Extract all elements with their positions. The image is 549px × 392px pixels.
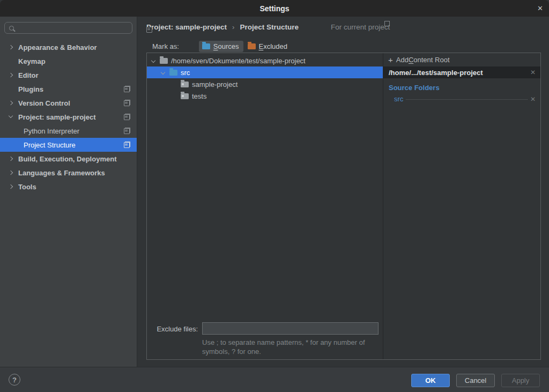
breadcrumb-project[interactable]: Project: sample-project [146, 23, 227, 31]
sidebar-item-version-control[interactable]: Version Control [0, 96, 137, 110]
project-level-settings-icon [124, 100, 130, 106]
source-folder-icon [169, 70, 177, 76]
chevron-right-icon[interactable] [9, 101, 13, 105]
sidebar-item-label: Project: sample-project [18, 113, 96, 121]
close-icon[interactable]: ✕ [537, 0, 543, 17]
settings-sidebar: Appearance & Behavior Keymap Editor Plug… [0, 17, 137, 367]
chevron-down-icon[interactable] [9, 114, 13, 118]
content-root-row[interactable]: /home/.../test/sample-project ✕ [383, 66, 540, 78]
folder-icon [181, 93, 189, 99]
source-folder-name: src [394, 95, 403, 103]
sidebar-item-label: Project Structure [24, 141, 76, 149]
sidebar-item-python-interpreter[interactable]: Python Interpreter [0, 124, 137, 138]
chevron-down-icon[interactable] [161, 70, 165, 75]
mark-as-excluded-button[interactable]: Excluded [248, 42, 287, 50]
source-folder-row[interactable]: src ✕ [394, 95, 536, 103]
project-level-settings-icon [124, 114, 130, 120]
chevron-right-icon[interactable] [9, 184, 13, 189]
sidebar-item-label: Tools [18, 183, 36, 191]
page-title: Project Structure [240, 23, 299, 31]
content-root-path: /home/.../test/sample-project [389, 69, 483, 77]
folder-icon [181, 82, 189, 87]
scope-label: For current project [331, 23, 390, 31]
settings-search-input[interactable] [17, 24, 124, 32]
project-level-settings-icon [321, 24, 328, 30]
sidebar-item-label: Languages & Frameworks [18, 169, 105, 177]
chevron-right-icon[interactable] [9, 171, 13, 175]
window-title: Settings [259, 4, 289, 13]
sidebar-item-editor[interactable]: Editor [0, 68, 137, 82]
search-icon [9, 26, 14, 31]
sidebar-item-label: Plugins [18, 85, 43, 93]
mark-as-label: Mark as: [152, 42, 179, 50]
sidebar-item-appearance-behavior[interactable]: Appearance & Behavior [0, 40, 137, 54]
exclude-files-hint: Use ; to separate name patterns, * for a… [202, 338, 387, 356]
sidebar-item-languages-frameworks[interactable]: Languages & Frameworks [0, 166, 137, 180]
dialog-footer: ? OK Cancel Apply [0, 367, 549, 392]
chevron-down-icon[interactable] [151, 58, 155, 63]
chevron-right-icon[interactable] [9, 45, 13, 49]
tree-row-tests[interactable]: tests [147, 90, 383, 102]
title-bar: Settings ✕ [0, 0, 549, 17]
tree-row-label: sample-project [192, 80, 238, 88]
sidebar-item-plugins[interactable]: Plugins [0, 82, 137, 96]
tree-row-label: src [181, 69, 190, 77]
mark-as-toolbar: Mark as: Sources Excluded [152, 40, 287, 53]
add-content-root-button[interactable]: + Add Content Root [383, 53, 540, 66]
sidebar-item-label: Keymap [18, 57, 46, 65]
sources-label-post: ources [218, 42, 239, 50]
sidebar-item-build-execution-deployment[interactable]: Build, Execution, Deployment [0, 152, 137, 166]
tree-row-label: tests [192, 92, 206, 100]
ok-button[interactable]: OK [411, 374, 450, 387]
scope-indicator: For current project [321, 23, 390, 31]
sidebar-item-label: Python Interpreter [24, 127, 79, 135]
help-icon: ? [12, 376, 17, 384]
source-folders-title: Source Folders [389, 84, 540, 92]
excluded-label-mnemonic: E [259, 42, 264, 50]
help-button[interactable]: ? [9, 374, 20, 386]
exclude-files-label: Exclude files: [147, 325, 198, 333]
tree-row-src[interactable]: src [147, 66, 383, 78]
exclude-files-input[interactable] [202, 322, 379, 335]
tree-row-label: /home/sven/Dokumente/test/sample-project [171, 57, 306, 65]
directory-tree: /home/sven/Dokumente/test/sample-project… [147, 53, 383, 359]
sidebar-item-project[interactable]: Project: sample-project [0, 110, 137, 124]
dialog-buttons: OK Cancel Apply [411, 374, 540, 387]
settings-content: Project: sample-project › Project Struct… [138, 17, 549, 367]
sidebar-item-tools[interactable]: Tools [0, 180, 137, 194]
excluded-folder-icon [248, 43, 256, 49]
sidebar-item-label: Version Control [18, 99, 70, 107]
sidebar-nav: Appearance & Behavior Keymap Editor Plug… [0, 40, 137, 194]
plus-icon: + [388, 55, 393, 64]
sidebar-item-project-structure[interactable]: Project Structure [0, 138, 137, 152]
excluded-label-post: xcluded [263, 42, 287, 50]
project-level-settings-icon [124, 86, 130, 92]
project-level-settings-icon [124, 142, 130, 148]
remove-content-root-icon[interactable]: ✕ [530, 69, 536, 76]
sidebar-item-keymap[interactable]: Keymap [0, 54, 137, 68]
content-roots-pane: + Add Content Root /home/.../test/sample… [383, 53, 540, 359]
cancel-button[interactable]: Cancel [456, 374, 495, 387]
settings-search-box[interactable] [4, 22, 132, 34]
add-content-root-pre: Add [396, 56, 409, 64]
chevron-right-icon[interactable] [9, 157, 13, 161]
source-folder-icon [202, 43, 210, 49]
folder-icon [160, 58, 168, 64]
breadcrumb-separator-icon: › [232, 23, 234, 31]
dotted-leader [406, 99, 528, 100]
tree-row-sample-project[interactable]: sample-project [147, 78, 383, 90]
add-content-root-post: ontent Root [413, 56, 449, 64]
settings-dialog: Settings ✕ Appearance & Behavior Keymap … [0, 0, 549, 392]
sidebar-item-label: Editor [18, 71, 39, 79]
project-level-settings-icon [124, 128, 130, 134]
breadcrumb: Project: sample-project › Project Struct… [146, 21, 390, 33]
remove-source-folder-icon[interactable]: ✕ [530, 95, 536, 103]
apply-button[interactable]: Apply [501, 374, 540, 387]
sidebar-item-label: Appearance & Behavior [18, 43, 97, 51]
sources-label-mnemonic: S [213, 42, 218, 50]
add-content-root-mnemonic: C [409, 56, 413, 64]
mark-as-sources-button[interactable]: Sources [199, 41, 243, 52]
tree-row-content-root[interactable]: /home/sven/Dokumente/test/sample-project [147, 55, 383, 66]
chevron-right-icon[interactable] [9, 73, 13, 77]
project-structure-panel: /home/sven/Dokumente/test/sample-project… [146, 53, 541, 360]
